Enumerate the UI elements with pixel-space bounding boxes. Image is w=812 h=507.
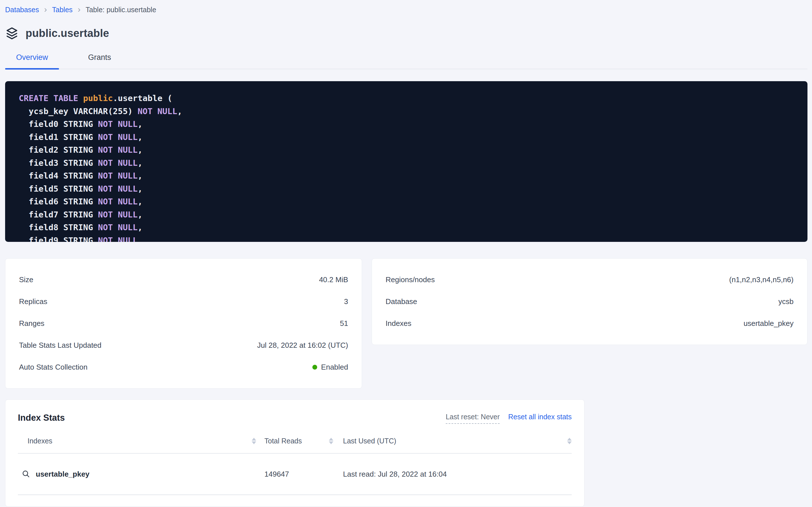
index-stats-actions: Last reset: Never Reset all index stats xyxy=(446,413,572,424)
chevron-right-icon: › xyxy=(78,6,80,13)
detail-row: Ranges51 xyxy=(19,313,348,334)
breadcrumb-link-tables[interactable]: Tables xyxy=(52,6,73,14)
breadcrumb-link-databases[interactable]: Databases xyxy=(5,6,39,14)
detail-value: ycsb xyxy=(778,297,794,306)
sql-code: CREATE TABLE public.usertable ( ycsb_key… xyxy=(19,92,796,242)
sql-line: field6 STRING NOT NULL, xyxy=(19,195,796,208)
detail-value-text: 51 xyxy=(340,319,348,328)
detail-label: Ranges xyxy=(19,319,45,328)
index-stats-card: Index Stats Last reset: Never Reset all … xyxy=(5,399,584,507)
index-stats-header: Index Stats Last reset: Never Reset all … xyxy=(18,413,572,424)
sort-arrows-icon[interactable] xyxy=(567,438,572,444)
detail-value: (n1,n2,n3,n4,n5,n6) xyxy=(729,275,794,284)
detail-value-text: Jul 28, 2022 at 16:02 (UTC) xyxy=(257,341,348,350)
column-label-indexes: Indexes xyxy=(27,437,53,445)
tab-grants[interactable]: Grants xyxy=(73,53,127,69)
sql-line: field2 STRING NOT NULL, xyxy=(19,144,796,157)
column-label-total-reads: Total Reads xyxy=(264,437,302,445)
last-used-cell: Last read: Jul 28, 2022 at 16:04 xyxy=(333,470,572,478)
table-config-card: Regions/nodes(n1,n2,n3,n4,n5,n6)Database… xyxy=(372,258,807,345)
column-header-total-reads[interactable]: Total Reads xyxy=(256,437,333,445)
index-stats-table: Indexes Total Reads Last Used (UTC) user… xyxy=(18,437,572,495)
sql-line: field5 STRING NOT NULL, xyxy=(19,182,796,195)
sql-line: field7 STRING NOT NULL, xyxy=(19,208,796,221)
page-title: public.usertable xyxy=(25,27,109,40)
index-stats-table-header: Indexes Total Reads Last Used (UTC) xyxy=(18,437,572,454)
sql-line: field0 STRING NOT NULL, xyxy=(19,118,796,131)
detail-label: Indexes xyxy=(386,319,412,328)
breadcrumb: Databases › Tables › Table: public.usert… xyxy=(5,5,807,14)
index-stats-row: usertable_pkey149647Last read: Jul 28, 2… xyxy=(18,454,572,495)
sort-arrows-icon[interactable] xyxy=(252,438,256,444)
detail-value: usertable_pkey xyxy=(744,319,794,328)
sort-arrows-icon[interactable] xyxy=(329,438,333,444)
layers-icon xyxy=(5,26,19,40)
detail-label: Size xyxy=(19,275,34,284)
column-header-indexes[interactable]: Indexes xyxy=(18,437,256,445)
detail-value-text: 40.2 MiB xyxy=(319,275,348,284)
table-details-page: Databases › Tables › Table: public.usert… xyxy=(0,0,812,507)
detail-row: Auto Stats CollectionEnabled xyxy=(19,356,348,378)
last-reset-label: Last reset: Never xyxy=(446,413,500,424)
detail-row: Replicas3 xyxy=(19,291,348,313)
detail-row: Indexesusertable_pkey xyxy=(386,313,794,334)
column-header-last-used[interactable]: Last Used (UTC) xyxy=(333,437,572,445)
sql-line: field9 STRING NOT NULL, xyxy=(19,234,796,242)
column-label-last-used: Last Used (UTC) xyxy=(343,437,396,445)
detail-value: Enabled xyxy=(312,363,348,372)
tab-overview[interactable]: Overview xyxy=(5,53,59,69)
detail-row: Databaseycsb xyxy=(386,291,794,313)
sql-line: field3 STRING NOT NULL, xyxy=(19,157,796,170)
detail-value-text: (n1,n2,n3,n4,n5,n6) xyxy=(729,275,794,284)
index-stats-table-body: usertable_pkey149647Last read: Jul 28, 2… xyxy=(18,454,572,495)
detail-value: 51 xyxy=(340,319,348,328)
detail-value-text: ycsb xyxy=(778,297,794,306)
detail-value-text: usertable_pkey xyxy=(744,319,794,328)
detail-row: Regions/nodes(n1,n2,n3,n4,n5,n6) xyxy=(386,269,794,291)
reset-index-stats-link[interactable]: Reset all index stats xyxy=(508,413,572,421)
index-name-cell: usertable_pkey xyxy=(18,469,256,478)
detail-value: 3 xyxy=(344,297,348,306)
detail-value-text: Enabled xyxy=(321,363,348,372)
sql-line: field8 STRING NOT NULL, xyxy=(19,221,796,234)
sql-line: ycsb_key VARCHAR(255) NOT NULL, xyxy=(19,105,796,118)
table-details-cards: Size40.2 MiBReplicas3Ranges51Table Stats… xyxy=(5,258,807,389)
sql-line: CREATE TABLE public.usertable ( xyxy=(19,92,796,105)
chevron-right-icon: › xyxy=(44,6,47,13)
search-icon xyxy=(21,469,30,478)
index-stats-title: Index Stats xyxy=(18,413,65,423)
detail-label: Replicas xyxy=(19,297,47,306)
detail-label: Table Stats Last Updated xyxy=(19,341,102,350)
table-stats-card: Size40.2 MiBReplicas3Ranges51Table Stats… xyxy=(5,258,362,389)
detail-value: Jul 28, 2022 at 16:02 (UTC) xyxy=(257,341,348,350)
total-reads-cell: 149647 xyxy=(256,470,333,478)
detail-label: Regions/nodes xyxy=(386,275,435,284)
sql-line: field1 STRING NOT NULL, xyxy=(19,131,796,144)
status-dot-green xyxy=(312,365,317,370)
detail-value-text: 3 xyxy=(344,297,348,306)
page-title-row: public.usertable xyxy=(5,26,807,40)
detail-label: Auto Stats Collection xyxy=(19,363,87,372)
breadcrumb-current: Table: public.usertable xyxy=(86,6,156,14)
detail-row: Size40.2 MiB xyxy=(19,269,348,291)
tab-bar: Overview Grants xyxy=(5,53,807,69)
index-name-link[interactable]: usertable_pkey xyxy=(36,470,89,478)
detail-row: Table Stats Last UpdatedJul 28, 2022 at … xyxy=(19,334,348,356)
detail-value: 40.2 MiB xyxy=(319,275,348,284)
create-table-statement: CREATE TABLE public.usertable ( ycsb_key… xyxy=(5,81,807,242)
sql-line: field4 STRING NOT NULL, xyxy=(19,169,796,182)
detail-label: Database xyxy=(386,297,417,306)
